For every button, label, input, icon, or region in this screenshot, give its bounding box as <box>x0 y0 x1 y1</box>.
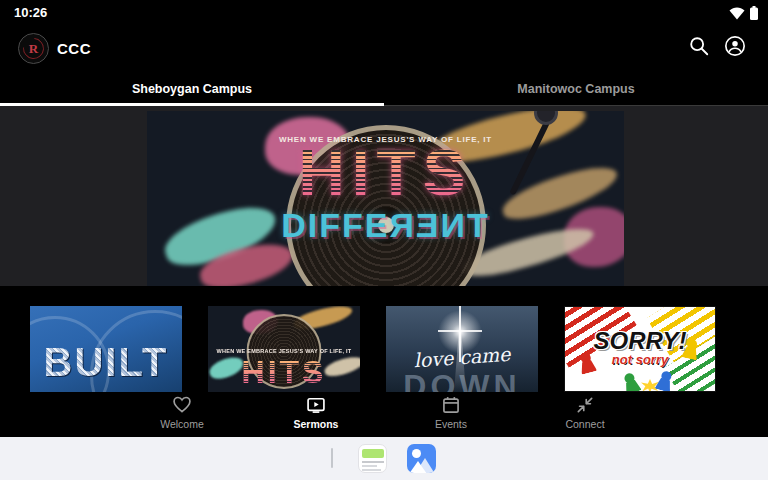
app-bar: R CCC <box>0 26 768 72</box>
app-art <box>409 461 427 473</box>
battery-icon <box>750 6 758 20</box>
nav-item-welcome[interactable]: Welcome <box>140 395 224 430</box>
nav-label: Welcome <box>160 418 204 430</box>
game-pawn-blue <box>655 369 676 392</box>
gallery-app-icon[interactable] <box>407 444 436 473</box>
bottom-navigation: Welcome Sermons Events Connec <box>0 392 768 437</box>
tab-sheboygan-campus[interactable]: Sheboygan Campus <box>0 72 384 105</box>
campus-tabs: Sheboygan Campus Manitowoc Campus <box>0 72 768 106</box>
tab-manitowoc-campus[interactable]: Manitowoc Campus <box>384 72 768 105</box>
app-logo: R <box>18 33 49 64</box>
smart-display-icon <box>306 395 326 415</box>
app-art <box>362 461 384 463</box>
mini-hero-art: WHEN WE EMBRACE JESUS'S WAY OF LIFE, IT … <box>208 306 360 392</box>
nav-item-sermons[interactable]: Sermons <box>274 395 358 430</box>
calendar-icon <box>441 395 461 415</box>
game-pawn-green <box>620 371 641 392</box>
mini-title-hits: HITS <box>208 356 360 388</box>
taskbar-divider <box>331 448 333 468</box>
sorry-title: SORRY! <box>565 329 715 353</box>
app-title: CCC <box>57 40 91 57</box>
search-icon[interactable] <box>688 35 710 57</box>
notes-app-icon[interactable] <box>358 444 387 473</box>
wifi-icon <box>729 7 745 20</box>
not-sorry-subtitle: not sorry <box>565 353 715 366</box>
nav-label: Sermons <box>294 418 339 430</box>
hero-sermon-banner[interactable]: WHEN WE EMBRACE JESUS'S WAY OF LIFE, IT … <box>147 111 624 286</box>
hero-title-hits: HITS <box>147 141 624 205</box>
app-art <box>362 465 377 467</box>
heart-icon <box>172 395 192 415</box>
status-time: 10:26 <box>14 5 47 20</box>
converging-arrows-icon <box>575 395 595 415</box>
hero-title-different: DIFFEЯƎИT <box>147 208 624 242</box>
app-art <box>412 449 421 458</box>
nav-item-events[interactable]: Events <box>409 395 493 430</box>
hero-section: WHEN WE EMBRACE JESUS'S WAY OF LIFE, IT … <box>0 106 768 286</box>
series-thumbnail-built[interactable]: BUILT <box>30 306 182 392</box>
account-icon[interactable] <box>724 35 746 57</box>
logo-ring <box>19 34 49 64</box>
series-thumbnail-sorry-not-sorry[interactable]: SORRY! not sorry <box>564 306 716 392</box>
nav-label: Events <box>435 418 467 430</box>
app-screen: 10:26 R CCC Sheboygan Campus <box>0 0 768 480</box>
nav-item-connect[interactable]: Connect <box>543 395 627 430</box>
series-thumbnail-love-came-down[interactable]: DOWN love came <box>386 306 538 392</box>
app-art <box>362 449 384 458</box>
series-thumbnail-hits-different[interactable]: WHEN WE EMBRACE JESUS'S WAY OF LIFE, IT … <box>208 306 360 392</box>
app-art <box>362 469 381 471</box>
status-bar: 10:26 <box>0 0 768 26</box>
built-title: BUILT <box>30 342 182 382</box>
status-icons <box>729 6 758 20</box>
nav-label: Connect <box>565 418 604 430</box>
android-taskbar <box>0 437 768 480</box>
